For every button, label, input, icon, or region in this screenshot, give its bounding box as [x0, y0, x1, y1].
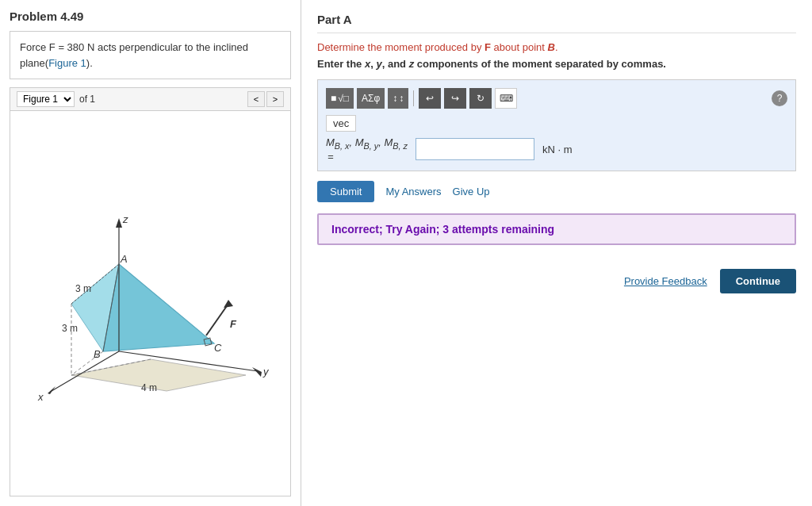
- continue-button[interactable]: Continue: [720, 269, 796, 293]
- matrix-label: ↕: [399, 93, 404, 104]
- figure-header: Figure 1 of 1 < >: [10, 88, 290, 111]
- input-row: MB, x, MB, y, MB, z = kN · m: [326, 136, 787, 163]
- svg-line-18: [206, 304, 228, 335]
- svg-marker-11: [252, 367, 262, 377]
- problem-title: Problem 4.49: [10, 10, 291, 23]
- svg-marker-19: [224, 300, 233, 308]
- left-panel: Problem 4.49 Force F = 380 N acts perpen…: [0, 0, 301, 506]
- provide-feedback-link[interactable]: Provide Feedback: [624, 275, 707, 287]
- figure-prev-button[interactable]: <: [247, 91, 265, 107]
- svg-marker-1: [103, 264, 214, 351]
- my-answers-link[interactable]: My Answers: [385, 186, 441, 197]
- svg-text:z: z: [122, 213, 128, 225]
- figure-select[interactable]: Figure 1: [17, 91, 75, 107]
- instruction-text: Enter the x, y, and z components of the …: [317, 58, 796, 70]
- sqrt-button[interactable]: ■ √□: [326, 88, 354, 109]
- vec-button[interactable]: vec: [326, 115, 356, 132]
- figure-link[interactable]: Figure 1: [48, 57, 86, 69]
- question-text: Determine the moment produced by F about…: [317, 41, 796, 53]
- matrix-icon: ↕: [393, 93, 397, 104]
- right-panel: Part A Determine the moment produced by …: [301, 0, 812, 506]
- svg-text:B: B: [94, 348, 101, 360]
- help-icon[interactable]: ?: [772, 90, 787, 106]
- sigma-label: AΣφ: [362, 93, 380, 104]
- svg-marker-8: [48, 386, 56, 394]
- toolbar: ■ √□ AΣφ ↕ ↕ ↩ ↪ ↻ ⌨ ?: [326, 88, 787, 109]
- redo-button[interactable]: ↪: [444, 88, 466, 109]
- svg-text:y: y: [262, 366, 270, 378]
- sqrt-label: √□: [338, 93, 349, 104]
- svg-text:4 m: 4 m: [141, 382, 157, 393]
- description-end: ).: [86, 57, 93, 69]
- action-row: Submit My Answers Give Up: [317, 181, 796, 202]
- sigma-button[interactable]: AΣφ: [357, 88, 385, 109]
- problem-description: Force F = 380 N acts perpendicular to th…: [10, 31, 291, 79]
- figure-of-label: of 1: [79, 94, 95, 105]
- part-title: Part A: [317, 13, 796, 33]
- svg-text:C: C: [214, 342, 222, 354]
- math-label: MB, x, MB, y, MB, z =: [326, 136, 408, 163]
- submit-button[interactable]: Submit: [317, 181, 374, 202]
- incorrect-banner: Incorrect; Try Again; 3 attempts remaini…: [317, 213, 796, 245]
- answer-input[interactable]: [416, 138, 534, 160]
- unit-label: kN · m: [542, 144, 573, 155]
- figure-next-button[interactable]: >: [266, 91, 284, 107]
- matrix-button[interactable]: ↕ ↕: [388, 88, 408, 109]
- figure-container: Figure 1 of 1 < >: [10, 87, 291, 496]
- svg-text:3 m: 3 m: [62, 323, 78, 334]
- answer-area: ■ √□ AΣφ ↕ ↕ ↩ ↪ ↻ ⌨ ? vec: [317, 79, 796, 171]
- svg-marker-4: [116, 218, 122, 228]
- figure-diagram: z A x y B C 3 m 3 m 4: [24, 201, 278, 407]
- svg-text:F: F: [230, 318, 237, 330]
- toolbar-separator: [413, 90, 414, 106]
- svg-text:3 m: 3 m: [75, 283, 91, 294]
- figure-content: z A x y B C 3 m 3 m 4: [10, 111, 290, 496]
- svg-text:x: x: [37, 391, 44, 403]
- figure-nav: < >: [247, 91, 284, 107]
- give-up-link[interactable]: Give Up: [453, 186, 490, 197]
- refresh-button[interactable]: ↻: [469, 88, 492, 109]
- keyboard-button[interactable]: ⌨: [495, 88, 517, 109]
- sqrt-icon: ■: [331, 93, 336, 104]
- svg-text:A: A: [120, 253, 128, 265]
- undo-button[interactable]: ↩: [419, 88, 441, 109]
- bottom-actions: Provide Feedback Continue: [317, 269, 796, 293]
